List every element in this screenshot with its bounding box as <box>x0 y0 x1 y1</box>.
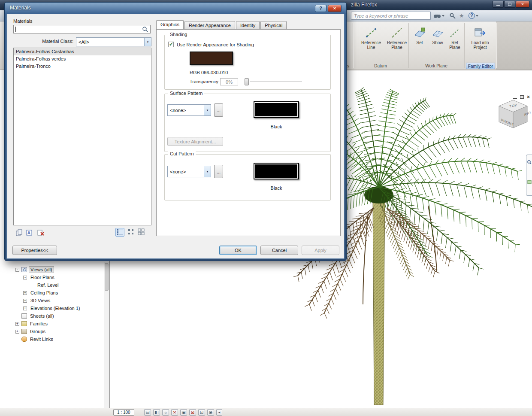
list-item[interactable]: Palmeira-Folhas verdes <box>14 55 151 63</box>
panel-separator <box>353 23 353 68</box>
materials-heading: Materials <box>13 18 33 24</box>
scale-button[interactable]: 1 : 100 <box>113 409 134 416</box>
infocenter-search-button[interactable] <box>433 12 444 20</box>
surface-pattern-swatch[interactable] <box>254 101 299 118</box>
tree-item-elevations[interactable]: + Elevations (Elevation 1) <box>0 304 103 312</box>
reference-line-button[interactable]: Reference Line <box>359 24 384 62</box>
sun-path-icon[interactable]: ☼ <box>162 409 169 416</box>
key-icon <box>450 13 456 19</box>
scrollbar-thumb[interactable] <box>105 263 109 291</box>
scroll-left-arrow[interactable] <box>216 409 222 416</box>
list-item[interactable]: Palmeira-Tronco <box>14 63 151 70</box>
surface-pattern-dropdown[interactable]: <none> <box>167 104 211 116</box>
expand-icon[interactable]: + <box>23 307 27 310</box>
tab-physical[interactable]: Physical <box>260 21 287 29</box>
texture-alignment-button[interactable]: Texture Alignment... <box>167 137 223 146</box>
viewcube[interactable]: TOP FRONT RIGHT <box>495 97 531 133</box>
tab-render-appearance[interactable]: Render Appearance <box>184 21 235 29</box>
tree-item-groups[interactable]: + Groups <box>0 328 103 335</box>
close-window-button[interactable]: ✕ <box>516 1 529 8</box>
view-large-icons-button[interactable] <box>137 228 146 237</box>
use-render-appearance-checkbox[interactable] <box>168 42 174 47</box>
transparency-input[interactable] <box>220 78 238 85</box>
navigation-wheel-icon[interactable] <box>527 180 532 184</box>
revit-links-icon <box>21 337 27 342</box>
expand-icon[interactable]: + <box>15 322 19 326</box>
material-class-dropdown[interactable]: <All> <box>76 37 151 46</box>
subscription-center-button[interactable] <box>450 12 456 20</box>
ref-plane-button[interactable]: Ref Plane <box>446 24 463 62</box>
materials-list[interactable]: Palmeira-Folhas Castanhas Palmeira-Folha… <box>13 48 151 225</box>
crop-view-icon[interactable]: ⊠ <box>189 409 196 416</box>
tree-item-floor-plans[interactable]: - Floor Plans <box>0 273 103 281</box>
project-browser-tree: - Views (all) - Floor Plans Ref. Level +… <box>0 266 103 343</box>
properties-toggle-button[interactable]: Properties<< <box>12 246 57 255</box>
show-label: Show <box>432 40 443 45</box>
search-icon <box>142 26 148 33</box>
browser-scrollbar[interactable] <box>104 262 109 408</box>
visual-style-icon[interactable]: ◧ <box>153 409 160 416</box>
show-crop-region-icon[interactable]: ⊡ <box>198 409 205 416</box>
view-list-button[interactable] <box>115 228 124 237</box>
rendering-dialog-icon[interactable]: ▣ <box>180 409 187 416</box>
navigation-bar <box>526 155 532 196</box>
tree-item-sheets[interactable]: Sheets (all) <box>0 312 103 320</box>
cut-pattern-dropdown[interactable]: <none> <box>167 166 211 177</box>
dialog-help-button[interactable]: ? <box>315 5 326 12</box>
zoom-icon[interactable] <box>527 160 532 164</box>
delete-material-button[interactable] <box>36 229 45 237</box>
tab-identity[interactable]: Identity <box>236 21 260 29</box>
tree-item-ceiling-plans[interactable]: + Ceiling Plans <box>0 289 103 297</box>
show-work-plane-button[interactable]: Show <box>429 24 446 62</box>
tree-item-views[interactable]: - Views (all) <box>0 266 103 273</box>
cut-pattern-browse-button[interactable]: ... <box>214 165 223 178</box>
ref-plane-icon <box>448 26 461 39</box>
detail-level-icon[interactable]: ▤ <box>144 409 151 416</box>
infocenter-search-input[interactable] <box>351 12 431 20</box>
tab-graphics[interactable]: Graphics <box>156 20 184 29</box>
transparency-slider-track[interactable] <box>250 82 302 82</box>
set-work-plane-button[interactable]: Set <box>411 24 428 62</box>
minimize-window-button[interactable] <box>493 1 504 8</box>
collapse-icon[interactable]: - <box>15 268 19 272</box>
question-icon: ? <box>469 12 475 19</box>
panel-separator <box>496 23 496 68</box>
sheets-icon <box>21 313 27 319</box>
transparency-slider-thumb[interactable] <box>245 78 249 85</box>
dialog-tabs: Graphics Render Appearance Identity Phys… <box>156 20 287 29</box>
reveal-hidden-icon[interactable]: ◉ <box>207 409 214 416</box>
reference-plane-button[interactable]: Reference Plane <box>384 24 409 62</box>
rgb-value-label: RGB 066-030-010 <box>190 70 228 75</box>
material-search-input[interactable] <box>13 25 151 33</box>
tree-item-families[interactable]: + Families <box>0 320 103 328</box>
panel-separator <box>464 23 465 68</box>
application-window: zilla Firefox ✕ ★ ? <box>0 0 532 416</box>
close-icon: ✕ <box>521 3 524 6</box>
tree-item-ref-level[interactable]: Ref. Level <box>0 281 103 289</box>
cut-pattern-swatch[interactable] <box>254 163 299 179</box>
panel-label-datum: Datum <box>354 63 408 69</box>
rename-material-button[interactable]: A <box>25 229 34 237</box>
list-item[interactable]: Palmeira-Folhas Castanhas <box>14 48 151 55</box>
expand-icon[interactable]: + <box>15 330 19 334</box>
shadows-icon[interactable]: ✕ <box>171 409 178 416</box>
tree-item-3d-views[interactable]: + 3D Views <box>0 297 103 304</box>
views-icon <box>21 267 27 272</box>
surface-pattern-browse-button[interactable]: ... <box>214 103 223 117</box>
cancel-button[interactable]: Cancel <box>260 246 298 255</box>
collapse-icon[interactable]: - <box>23 276 27 279</box>
load-into-project-button[interactable]: Load into Project <box>467 24 493 62</box>
text-caret <box>15 27 16 32</box>
help-button[interactable]: ? <box>469 12 478 20</box>
maximize-window-button[interactable] <box>504 1 515 8</box>
favorites-button[interactable]: ★ <box>459 12 464 20</box>
apply-button[interactable]: Apply <box>302 246 339 255</box>
tree-item-revit-links[interactable]: Revit Links <box>0 335 103 343</box>
expand-icon[interactable]: + <box>23 291 27 295</box>
duplicate-material-button[interactable] <box>15 229 24 237</box>
expand-icon[interactable]: + <box>23 299 27 303</box>
ok-button[interactable]: OK <box>219 246 257 255</box>
shading-color-swatch[interactable] <box>190 52 233 65</box>
view-small-icons-button[interactable] <box>127 228 136 237</box>
dialog-close-button[interactable]: × <box>328 5 342 12</box>
